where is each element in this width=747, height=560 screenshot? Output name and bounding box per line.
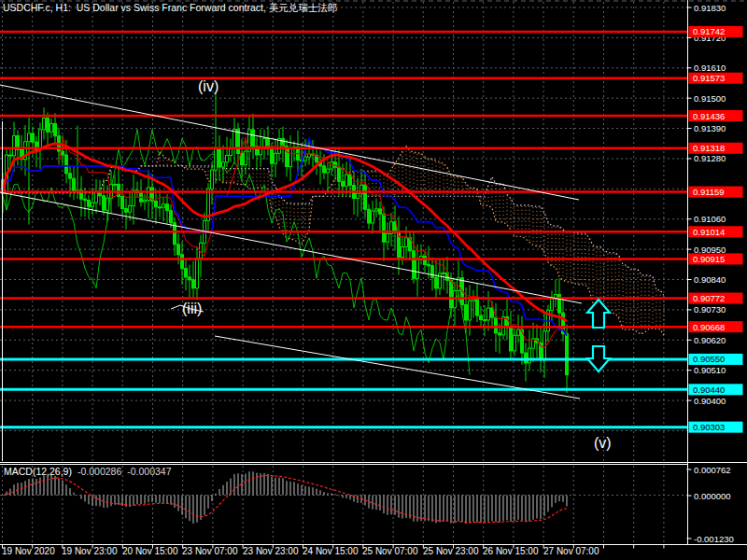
svg-text:0.91014: 0.91014 [693, 227, 725, 237]
wave-label-iii: (iii) [182, 301, 202, 317]
svg-text:0.91390: 0.91390 [694, 123, 726, 133]
signal-arrows[interactable] [587, 300, 610, 371]
macd-name: MACD(12,26,9) [4, 466, 72, 477]
svg-text:0.91830: 0.91830 [694, 3, 726, 13]
svg-text:0.91060: 0.91060 [694, 214, 726, 224]
svg-text:27 Nov 07:00: 27 Nov 07:00 [543, 546, 599, 556]
svg-text:0.90840: 0.90840 [694, 274, 726, 285]
svg-text:0.91742: 0.91742 [693, 26, 725, 36]
svg-text:0.000762: 0.000762 [694, 465, 731, 475]
up-arrow-marker[interactable] [587, 300, 610, 328]
svg-text:0.90440: 0.90440 [693, 385, 725, 395]
svg-text:26 Nov 15:00: 26 Nov 15:00 [483, 546, 539, 556]
svg-text:0.91318: 0.91318 [693, 143, 725, 153]
svg-text:25 Nov 23:00: 25 Nov 23:00 [423, 546, 479, 556]
svg-text:-0.001230: -0.001230 [694, 534, 734, 544]
svg-text:23 Nov 23:00: 23 Nov 23:00 [243, 546, 299, 556]
svg-text:0.000000: 0.000000 [694, 491, 731, 501]
svg-text:0.90510: 0.90510 [694, 365, 726, 375]
svg-text:0.91159: 0.91159 [693, 187, 725, 197]
svg-text:23 Nov 07:00: 23 Nov 07:00 [182, 546, 238, 556]
svg-text:24 Nov 15:00: 24 Nov 15:00 [303, 546, 359, 556]
svg-text:0.90620: 0.90620 [694, 335, 726, 345]
svg-text:0.90303: 0.90303 [693, 422, 725, 432]
chart-title: USDCHF.c, H1: US Dollar vs Swiss Franc F… [3, 2, 337, 15]
time-axis[interactable]: 19 Nov 202019 Nov 23:0020 Nov 15:0023 No… [2, 545, 664, 557]
svg-text:19 Nov 23:00: 19 Nov 23:00 [62, 546, 118, 556]
svg-text:0.90550: 0.90550 [693, 354, 725, 364]
svg-text:0.91500: 0.91500 [694, 93, 726, 104]
wave-label-v: (v) [594, 435, 612, 452]
svg-text:19 Nov 2020: 19 Nov 2020 [2, 546, 55, 556]
svg-text:25 Nov 07:00: 25 Nov 07:00 [362, 546, 418, 556]
svg-text:0.91280: 0.91280 [694, 153, 726, 163]
wave-label-iv: (iv) [198, 78, 218, 95]
svg-text:0.90668: 0.90668 [693, 322, 725, 332]
macd-indicator-label: MACD(12,26,9)-0.000286-0.000347 [4, 466, 172, 488]
svg-text:0.91436: 0.91436 [693, 111, 725, 121]
support-resistance-lines [0, 32, 687, 427]
macd-value-signal: -0.000347 [127, 466, 171, 477]
svg-text:0.91573: 0.91573 [693, 73, 725, 83]
svg-text:0.91610: 0.91610 [694, 63, 726, 73]
mt5-chart-window: 0.918300.917200.916100.915000.913900.912… [0, 0, 747, 560]
svg-text:0.90400: 0.90400 [694, 396, 726, 406]
svg-text:20 Nov 15:00: 20 Nov 15:00 [122, 546, 178, 556]
svg-text:0.90730: 0.90730 [694, 304, 726, 315]
down-arrow-marker[interactable] [587, 346, 610, 371]
window-frame [0, 0, 747, 545]
svg-text:0.90772: 0.90772 [693, 293, 725, 303]
svg-text:0.90915: 0.90915 [693, 254, 725, 264]
macd-value-main: -0.000286 [78, 466, 121, 477]
